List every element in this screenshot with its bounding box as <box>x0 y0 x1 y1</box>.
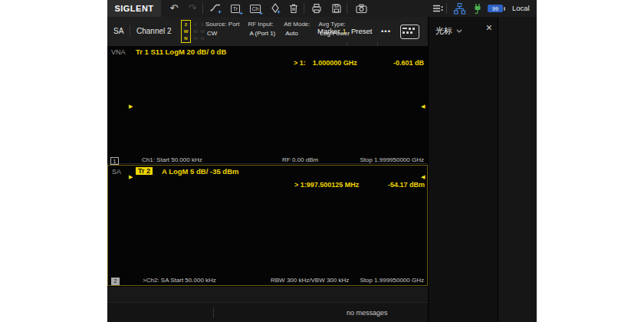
close-icon[interactable]: × <box>486 21 492 34</box>
trace-end-marker-icon: ◀ <box>421 174 425 179</box>
toolbar-divider <box>304 3 304 14</box>
setup-value: CW <box>205 30 239 37</box>
top-toolbar: SIGLENT ↶ ↷ Tr+ Ch+ <box>107 0 537 17</box>
power-plug-icon <box>469 0 486 17</box>
sa-stop-freq: Stop 1.999950000 GHz <box>360 277 424 284</box>
trace-end-marker-icon: ◀ <box>421 104 425 109</box>
channel-tab-letter: W <box>184 29 189 34</box>
sa-window[interactable]: SA Tr 2 A LogM 5 dB/ -35 dBm > 1:997.500… <box>107 165 428 286</box>
channel-bar: SA Channel 2 2WN XWN XWN Source: PortCWR… <box>107 17 428 46</box>
ghost-tab-letter: X <box>201 22 204 27</box>
more-button[interactable]: ••• <box>381 17 391 46</box>
network-icon[interactable] <box>451 0 468 17</box>
add-ch-icon[interactable]: Ch+ <box>247 0 264 17</box>
ghost-tab-letter: N <box>201 36 204 41</box>
redo-icon[interactable]: ↷ <box>184 0 201 17</box>
vna-window[interactable]: VNA Tr 1 S11 LogM 20 dB/ 0 dB > 1:1.0000… <box>107 46 428 164</box>
chevron-down-icon <box>456 29 462 33</box>
setup-label: Att Mode: <box>284 21 310 28</box>
channel-tab-letter: N <box>184 36 187 41</box>
mode-label[interactable]: SA <box>113 17 123 46</box>
sa-channel-number[interactable]: 2 <box>111 278 120 285</box>
toolbar-divider <box>446 3 447 14</box>
setup-value: Auto <box>284 30 310 37</box>
panel-title[interactable]: 光标 <box>435 25 462 37</box>
message-area: no messages <box>347 303 388 322</box>
channel-label[interactable]: Channel 2 <box>136 17 172 46</box>
save-icon[interactable] <box>328 0 345 17</box>
sa-start-freq: >Ch2: SA Start 50.000 kHz <box>143 277 216 284</box>
sa-section-label: SA <box>112 168 121 176</box>
vna-channel-number[interactable]: 1 <box>110 157 119 165</box>
sa-marker-readout: > 1:997.500125 MHz -54.17 dBm <box>294 181 425 189</box>
menu-list-icon[interactable] <box>429 0 446 17</box>
marker-softkey[interactable]: Marker1 <box>317 17 347 46</box>
status-bar <box>107 287 428 302</box>
vna-section-label: VNA <box>111 48 126 56</box>
ghost-tab-letter: N <box>194 36 197 41</box>
channel-tab-letter: 2 <box>185 22 187 27</box>
battery-indicator: 99 <box>488 5 503 12</box>
ghost-tab-letter: W <box>193 29 198 34</box>
sa-plot[interactable] <box>134 176 426 276</box>
setup-label: Source: Port <box>205 21 239 28</box>
vna-plot[interactable] <box>134 57 426 156</box>
divider <box>130 25 130 36</box>
sa-trace-badge[interactable]: Tr 2 <box>136 167 153 175</box>
delete-icon[interactable] <box>285 0 302 17</box>
undo-icon[interactable]: ↶ <box>166 0 182 17</box>
vna-marker-readout: > 1:1.000000 GHz -0.601 dB <box>294 59 424 67</box>
setup-label: RF Input: <box>248 21 275 28</box>
sa-rbw-vbw: RBW 300 kHz/VBW 300 kHz <box>271 277 349 284</box>
toolbar-divider <box>347 3 347 14</box>
setup-info-column: RF Input:A (Port 1) <box>248 21 275 37</box>
vna-start-freq: Ch1: Start 50.000 kHz <box>142 156 202 163</box>
print-icon[interactable] <box>308 0 325 17</box>
marker-number: 1 <box>343 27 347 35</box>
channel-tab-active[interactable]: 2WN <box>181 20 191 43</box>
setup-value: A (Port 1) <box>248 30 275 37</box>
marker-panel: 光标 × <box>428 17 537 322</box>
add-marker-icon[interactable] <box>267 0 284 17</box>
trace-start-marker-icon: ▶ <box>129 104 133 109</box>
apps-grid-icon[interactable] <box>400 25 419 39</box>
vna-stop-freq: Stop 1.999950000 GHz <box>360 156 424 163</box>
brand-logo: SIGLENT <box>107 0 161 17</box>
preset-button[interactable]: Preset <box>351 17 372 46</box>
vna-rf-power: RF 0.00 dBm <box>282 156 318 163</box>
trace-start-marker-icon: ▶ <box>129 174 133 179</box>
screenshot-canvas: SIGLENT ↶ ↷ Tr+ Ch+ <box>0 0 644 322</box>
vna-trace-header[interactable]: Tr 1 S11 LogM 20 dB/ 0 dB <box>136 48 226 56</box>
local-remote-button[interactable]: Local <box>512 0 530 17</box>
ghost-tab-letter: W <box>200 29 205 34</box>
sa-trace-header[interactable]: A LogM 5 dB/ -35 dBm <box>162 167 238 176</box>
setup-info-column: Source: PortCW <box>205 21 239 37</box>
divider <box>213 307 214 318</box>
toolbar-divider <box>202 3 203 14</box>
setup-info-column: Att Mode:Auto <box>284 21 310 37</box>
add-tr-icon[interactable]: Tr+ <box>227 0 244 17</box>
instrument-screen: SIGLENT ↶ ↷ Tr+ Ch+ <box>107 0 537 322</box>
screenshot-camera-icon[interactable] <box>353 0 370 17</box>
panel-menu-column <box>498 17 537 322</box>
add-trace-curve-icon[interactable] <box>207 0 224 17</box>
ghost-tab-letter: X <box>194 22 197 27</box>
